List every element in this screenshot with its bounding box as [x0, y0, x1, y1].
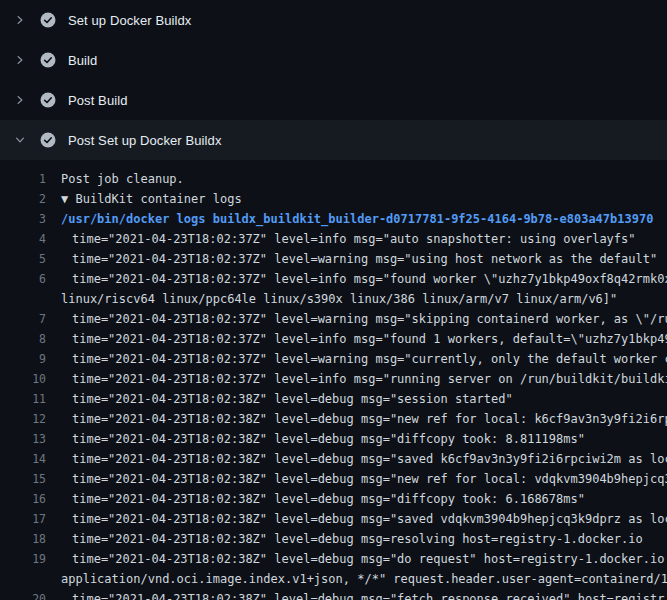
- log-line: 18time="2021-04-23T18:02:38Z" level=debu…: [0, 529, 667, 549]
- step-sections: Set up Docker BuildxBuildPost BuildPost …: [0, 0, 667, 160]
- log-line: 7time="2021-04-23T18:02:37Z" level=warni…: [0, 309, 667, 329]
- log-line-text: time="2021-04-23T18:02:38Z" level=debug …: [61, 492, 585, 506]
- chevron-right-icon[interactable]: [12, 92, 28, 108]
- log-line-number[interactable]: 1: [0, 169, 46, 189]
- step-section-title: Build: [68, 53, 97, 68]
- actions-log-viewer: Set up Docker BuildxBuildPost BuildPost …: [0, 0, 667, 600]
- log-line-number[interactable]: 16: [0, 489, 46, 509]
- log-line-text: ▼ BuildKit container logs: [61, 192, 242, 206]
- log-line-number[interactable]: 12: [0, 409, 46, 429]
- step-section-post-build[interactable]: Post Build: [0, 80, 667, 120]
- log-line: 6time="2021-04-23T18:02:37Z" level=info …: [0, 269, 667, 289]
- log-line: 16time="2021-04-23T18:02:38Z" level=debu…: [0, 489, 667, 509]
- log-line-number[interactable]: 15: [0, 469, 46, 489]
- check-circle-icon: [40, 12, 56, 28]
- step-section-title: Post Build: [68, 93, 128, 108]
- log-line: 12time="2021-04-23T18:02:38Z" level=debu…: [0, 409, 667, 429]
- log-line: 1Post job cleanup.: [0, 169, 667, 189]
- log-line-text: time="2021-04-23T18:02:37Z" level=info m…: [61, 232, 636, 246]
- step-section-set-up-docker-buildx[interactable]: Set up Docker Buildx: [0, 0, 667, 40]
- check-circle-icon: [40, 52, 56, 68]
- log-line: 14time="2021-04-23T18:02:38Z" level=debu…: [0, 449, 667, 469]
- group-title: BuildKit container logs: [75, 192, 241, 206]
- log-line: 4time="2021-04-23T18:02:37Z" level=info …: [0, 229, 667, 249]
- log-line-text: time="2021-04-23T18:02:37Z" level=info m…: [61, 332, 667, 346]
- log-line: 3/usr/bin/docker logs buildx_buildkit_bu…: [0, 209, 667, 229]
- step-section-post-set-up-docker-buildx[interactable]: Post Set up Docker Buildx: [0, 120, 667, 160]
- log-line-text: time="2021-04-23T18:02:38Z" level=debug …: [61, 412, 667, 426]
- log-line-number[interactable]: 14: [0, 449, 46, 469]
- log-line: 13time="2021-04-23T18:02:38Z" level=debu…: [0, 429, 667, 449]
- log-command-text[interactable]: /usr/bin/docker logs buildx_buildkit_bui…: [61, 212, 653, 226]
- log-line-wrap: linux/riscv64 linux/ppc64le linux/s390x …: [0, 289, 667, 309]
- log-line-text: time="2021-04-23T18:02:38Z" level=debug …: [61, 472, 667, 486]
- log-line: 17time="2021-04-23T18:02:38Z" level=debu…: [0, 509, 667, 529]
- log-line-text: time="2021-04-23T18:02:37Z" level=warnin…: [61, 352, 667, 366]
- log-line: 9time="2021-04-23T18:02:37Z" level=warni…: [0, 349, 667, 369]
- log-line-text: time="2021-04-23T18:02:37Z" level=info m…: [61, 272, 667, 286]
- log-line-number[interactable]: 8: [0, 329, 46, 349]
- log-line: 2▼ BuildKit container logs: [0, 189, 667, 209]
- log-line-text: time="2021-04-23T18:02:37Z" level=warnin…: [61, 312, 667, 326]
- log-line-text: time="2021-04-23T18:02:38Z" level=debug …: [61, 592, 664, 600]
- log-line-number[interactable]: 11: [0, 389, 46, 409]
- check-circle-icon: [40, 92, 56, 108]
- log-line-number[interactable]: 6: [0, 269, 46, 289]
- log-line-number[interactable]: 18: [0, 529, 46, 549]
- log-line-text: time="2021-04-23T18:02:37Z" level=warnin…: [61, 252, 657, 266]
- group-toggle-icon[interactable]: ▼: [61, 192, 75, 206]
- log-line: 11time="2021-04-23T18:02:38Z" level=debu…: [0, 389, 667, 409]
- log-line: 20time="2021-04-23T18:02:38Z" level=debu…: [0, 589, 667, 600]
- log-line-text: time="2021-04-23T18:02:37Z" level=info m…: [61, 372, 667, 386]
- log-line-text: time="2021-04-23T18:02:38Z" level=debug …: [61, 512, 667, 526]
- log-line-number[interactable]: 3: [0, 209, 46, 229]
- log-line-number[interactable]: 2: [0, 189, 46, 209]
- log-line: 8time="2021-04-23T18:02:37Z" level=info …: [0, 329, 667, 349]
- chevron-right-icon[interactable]: [12, 12, 28, 28]
- log-line-text: time="2021-04-23T18:02:38Z" level=debug …: [61, 452, 667, 466]
- log-line-text: time="2021-04-23T18:02:38Z" level=debug …: [61, 432, 585, 446]
- log-line-text: time="2021-04-23T18:02:38Z" level=debug …: [61, 392, 513, 406]
- log-line-text: Post job cleanup.: [61, 172, 184, 186]
- step-section-title: Post Set up Docker Buildx: [68, 133, 222, 148]
- step-section-build[interactable]: Build: [0, 40, 667, 80]
- log-line-text: application/vnd.oci.image.index.v1+json,…: [61, 572, 667, 586]
- chevron-down-icon[interactable]: [12, 132, 28, 148]
- check-circle-icon: [40, 132, 56, 148]
- log-line-text: time="2021-04-23T18:02:38Z" level=debug …: [61, 532, 643, 546]
- log-area: 1Post job cleanup.2▼ BuildKit container …: [0, 160, 667, 600]
- log-line: 19time="2021-04-23T18:02:38Z" level=debu…: [0, 549, 667, 569]
- log-line-wrap: application/vnd.oci.image.index.v1+json,…: [0, 569, 667, 589]
- log-line: 15time="2021-04-23T18:02:38Z" level=debu…: [0, 469, 667, 489]
- step-section-title: Set up Docker Buildx: [68, 13, 191, 28]
- log-line-number[interactable]: 17: [0, 509, 46, 529]
- log-line-number[interactable]: 9: [0, 349, 46, 369]
- log-line-number[interactable]: 10: [0, 369, 46, 389]
- log-line-number[interactable]: 4: [0, 229, 46, 249]
- chevron-right-icon[interactable]: [12, 52, 28, 68]
- log-line-number[interactable]: 20: [0, 589, 46, 600]
- log-line-number[interactable]: 19: [0, 549, 46, 569]
- log-line: 10time="2021-04-23T18:02:37Z" level=info…: [0, 369, 667, 389]
- log-line-number[interactable]: 5: [0, 249, 46, 269]
- log-line: 5time="2021-04-23T18:02:37Z" level=warni…: [0, 249, 667, 269]
- log-line-number[interactable]: 13: [0, 429, 46, 449]
- log-line-number[interactable]: 7: [0, 309, 46, 329]
- log-line-text: linux/riscv64 linux/ppc64le linux/s390x …: [61, 292, 617, 306]
- log-line-text: time="2021-04-23T18:02:38Z" level=debug …: [61, 552, 667, 566]
